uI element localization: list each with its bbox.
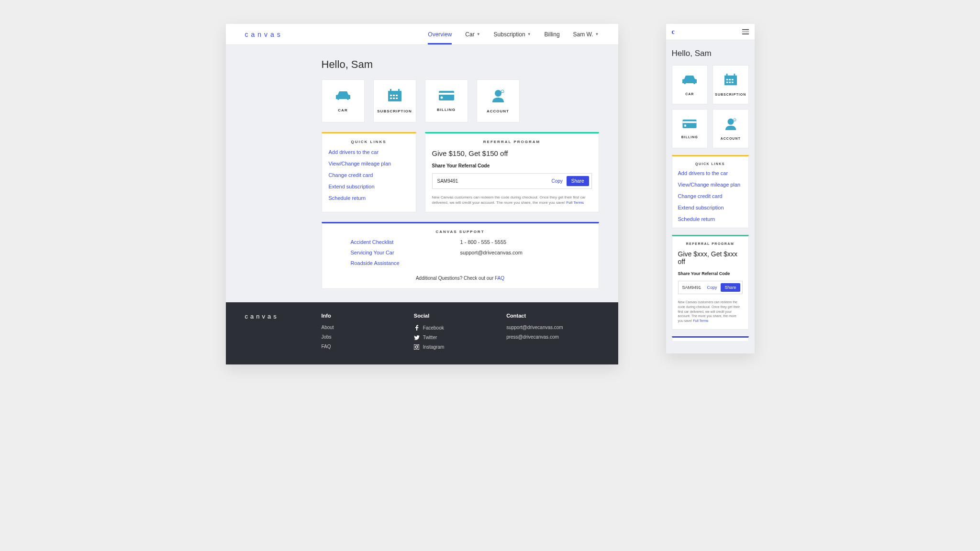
page-greeting: Hello, Sam: [322, 58, 599, 71]
svg-rect-25: [729, 81, 731, 83]
svg-text:i: i: [734, 119, 735, 121]
mobile-greeting: Hello, Sam: [672, 49, 749, 58]
nav-subscription-label: Subscription: [494, 31, 525, 38]
footer-faq[interactable]: FAQ: [322, 344, 414, 349]
quick-links-title: QUICK LINKS: [322, 133, 416, 149]
footer-instagram[interactable]: Instagram: [414, 344, 506, 350]
copy-button[interactable]: Copy: [551, 178, 562, 184]
share-button[interactable]: Share: [567, 176, 589, 186]
svg-rect-7: [393, 98, 395, 99]
footer-press-email[interactable]: press@drivecanvas.com: [506, 334, 599, 340]
svg-rect-3: [390, 95, 392, 96]
m-tile-account-label: ACCOUNT: [721, 137, 741, 140]
referral-title: REFERRAL PROGRAM: [425, 133, 599, 149]
footer-twitter[interactable]: Twitter: [414, 335, 506, 340]
m-full-terms-link[interactable]: Full Terms: [693, 319, 708, 322]
support-faq-line: Additional Questions? Check out our FAQ: [322, 274, 599, 288]
full-terms-link[interactable]: Full Terms: [566, 200, 584, 205]
m-tile-billing[interactable]: BILLING: [672, 109, 708, 148]
car-icon: [335, 90, 351, 103]
chevron-down-icon: ▼: [527, 32, 531, 36]
svg-rect-28: [683, 121, 697, 123]
svg-rect-15: [414, 344, 419, 350]
header: canvas Overview Car▼ Subscription▼ Billi…: [226, 24, 618, 45]
nav-user[interactable]: Sam W.▼: [573, 24, 599, 44]
footer: canvas Info About Jobs FAQ Social Facebo…: [226, 302, 618, 364]
mobile-tiles: CAR SUBSCRIPTION BILLING i ACCOUNT: [672, 65, 749, 148]
footer-contact-head: Contact: [506, 313, 599, 319]
nav-overview[interactable]: Overview: [428, 24, 452, 44]
footer-facebook[interactable]: Facebook: [414, 325, 506, 331]
m-copy-button[interactable]: Copy: [707, 285, 717, 290]
svg-point-30: [727, 118, 734, 124]
svg-rect-20: [734, 74, 735, 77]
m-tile-billing-label: BILLING: [681, 135, 698, 139]
m-referral-share-label: Share Your Referral Code: [678, 271, 743, 276]
panel-support: CANVAS SUPPORT Accident Checklist Servic…: [322, 222, 599, 289]
svg-rect-2: [398, 89, 400, 92]
mobile-header: c: [666, 24, 755, 40]
svg-point-12: [495, 90, 501, 97]
ql-extend[interactable]: Extend subscription: [329, 184, 409, 189]
support-roadside[interactable]: Roadside Assistance: [351, 260, 460, 266]
m-share-button[interactable]: Share: [721, 283, 740, 292]
m-fine-text: New Canvas customers can redeem the code…: [678, 300, 740, 322]
nav-subscription[interactable]: Subscription▼: [494, 24, 531, 44]
svg-point-29: [684, 124, 687, 127]
m-tile-account[interactable]: i ACCOUNT: [713, 109, 749, 148]
m-tile-subscription-label: SUBSCRIPTION: [715, 93, 746, 96]
svg-point-17: [418, 345, 418, 346]
tile-subscription-label: SUBSCRIPTION: [377, 109, 412, 113]
support-title: CANVAS SUPPORT: [322, 223, 599, 239]
hamburger-icon[interactable]: [742, 29, 749, 34]
m-ql-add-drivers[interactable]: Add drivers to the car: [678, 170, 743, 176]
svg-rect-22: [729, 79, 731, 80]
support-servicing[interactable]: Servicing Your Car: [351, 250, 460, 255]
footer-about[interactable]: About: [322, 325, 414, 330]
svg-text:i: i: [502, 90, 502, 93]
footer-jobs[interactable]: Jobs: [322, 334, 414, 340]
m-ql-extend[interactable]: Extend subscription: [678, 205, 743, 210]
nav-billing[interactable]: Billing: [545, 24, 560, 44]
chevron-down-icon: ▼: [477, 32, 480, 36]
footer-social-head: Social: [414, 313, 506, 319]
creditcard-icon: [438, 90, 455, 103]
car-icon: [681, 74, 698, 88]
footer-support-email[interactable]: support@drivecanvas.com: [506, 325, 599, 330]
ql-add-drivers[interactable]: Add drivers to the car: [329, 149, 409, 155]
mobile-logo: c: [672, 28, 675, 36]
tile-car[interactable]: CAR: [322, 79, 365, 122]
support-accident[interactable]: Accident Checklist: [351, 239, 460, 245]
m-tile-subscription[interactable]: SUBSCRIPTION: [713, 65, 749, 104]
creditcard-icon: [682, 119, 697, 131]
mobile-body: Hello, Sam CAR SUBSCRIPTION BILLING i AC…: [666, 40, 755, 353]
nav-car[interactable]: Car▼: [465, 24, 480, 44]
calendar-icon: [724, 74, 738, 88]
svg-rect-26: [732, 81, 734, 83]
account-icon: i: [724, 118, 737, 132]
ql-mileage[interactable]: View/Change mileage plan: [329, 161, 409, 166]
m-ql-schedule-return[interactable]: Schedule return: [678, 216, 743, 222]
referral-code-row: SAM9491 Copy Share: [432, 173, 592, 189]
svg-rect-23: [732, 79, 734, 80]
m-referral-headline: Give $xxx, Get $xxx off: [678, 250, 743, 265]
tile-subscription[interactable]: SUBSCRIPTION: [373, 79, 416, 122]
facebook-icon: [414, 325, 420, 331]
svg-rect-1: [390, 89, 391, 92]
tile-billing[interactable]: BILLING: [425, 79, 468, 122]
ql-credit-card[interactable]: Change credit card: [329, 172, 409, 178]
m-ql-mileage[interactable]: View/Change mileage plan: [678, 182, 743, 187]
referral-fine-print: New Canvas customers can redeem the code…: [432, 195, 592, 205]
ql-schedule-return[interactable]: Schedule return: [329, 195, 409, 201]
svg-rect-21: [726, 79, 728, 80]
twitter-icon: [414, 335, 420, 340]
faq-link[interactable]: FAQ: [495, 276, 504, 281]
svg-rect-19: [726, 74, 727, 77]
chevron-down-icon: ▼: [595, 32, 599, 36]
nav: Overview Car▼ Subscription▼ Billing Sam …: [428, 24, 599, 44]
m-ql-credit-card[interactable]: Change credit card: [678, 193, 743, 199]
facebook-label: Facebook: [423, 325, 444, 331]
tile-account[interactable]: i ACCOUNT: [477, 79, 520, 122]
m-referral-code: SAM9491: [682, 285, 703, 290]
m-tile-car[interactable]: CAR: [672, 65, 708, 104]
